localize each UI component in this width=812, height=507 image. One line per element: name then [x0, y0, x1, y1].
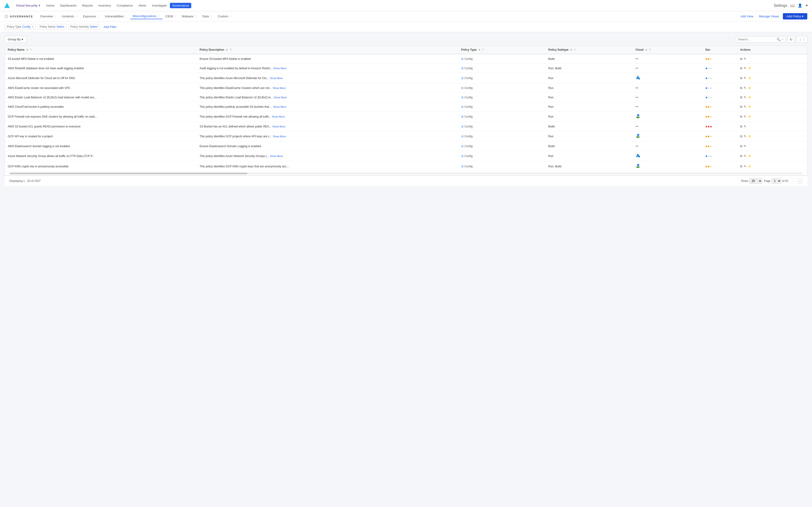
nav-inventory[interactable]: Inventory	[96, 3, 113, 8]
edit-action-button[interactable]: ✎	[744, 165, 746, 168]
filter-policy-type-close[interactable]: ✕	[32, 25, 34, 28]
add-filter-button[interactable]: Add Filter	[102, 24, 119, 30]
edit-action-button[interactable]: ✎	[744, 125, 746, 128]
subnav-incidents[interactable]: Incidents ⋮	[59, 14, 80, 19]
filter-policy-severity-value[interactable]: Select	[90, 25, 98, 29]
edit-action-button[interactable]: ✎	[744, 144, 746, 148]
alert-action-button[interactable]: ⚡	[748, 165, 751, 168]
docs-icon-button[interactable]: 📖	[790, 3, 795, 8]
alert-action-button[interactable]: ⚡	[748, 154, 751, 158]
brand-selector[interactable]: Cloud Security ▾	[14, 3, 42, 8]
subnav-overview[interactable]: Overview ⋮	[38, 14, 59, 19]
copy-action-button[interactable]: ⧉	[740, 96, 742, 99]
nav-reports[interactable]: Reports	[80, 3, 95, 8]
table-row: Azure Network Security Group allows all …	[5, 151, 807, 161]
alert-action-button[interactable]: ⚡	[748, 86, 751, 90]
app-logo[interactable]	[4, 2, 10, 9]
edit-action-button[interactable]: ✎	[744, 105, 746, 108]
config-icon: ⊞	[461, 165, 464, 168]
alert-action-button[interactable]: ⚡	[748, 115, 751, 118]
show-more-link[interactable]: Show More	[270, 155, 283, 158]
alert-action-button[interactable]: ⚡	[748, 134, 751, 138]
scrollbar-thumb[interactable]	[10, 172, 247, 174]
add-policy-button[interactable]: Add Policy ▾	[783, 13, 807, 19]
manage-views-button[interactable]: Manage Views	[757, 14, 781, 19]
nav-home[interactable]: Home	[44, 3, 57, 8]
col-header-policy-desc[interactable]: Policy Description ⇅ ⠿	[197, 46, 458, 54]
copy-action-button[interactable]: ⧉	[740, 115, 742, 119]
copy-action-button[interactable]: ⧉	[740, 105, 742, 109]
alert-action-button[interactable]: ⚡	[748, 76, 751, 80]
show-more-link[interactable]: Show More	[273, 105, 287, 108]
copy-action-button[interactable]: ⧉	[740, 134, 742, 138]
col-header-cloud[interactable]: Cloud ⇅ ⠿	[633, 46, 703, 54]
settings-button[interactable]: Settings	[774, 3, 787, 8]
prev-page-button[interactable]: ‹	[790, 178, 795, 184]
copy-action-button[interactable]: ⧉	[740, 165, 742, 168]
user-icon-button[interactable]: 👤	[798, 3, 802, 8]
cell-policy-desc: This policy identifies ElastiCache Clust…	[197, 83, 458, 93]
edit-action-button[interactable]: ✎	[744, 96, 746, 99]
config-icon: ⊞	[461, 155, 464, 158]
aws-logo: aws	[636, 56, 642, 61]
subnav-exposure[interactable]: Exposure ⋮	[81, 14, 102, 19]
horizontal-scrollbar[interactable]	[10, 172, 802, 174]
edit-action-button[interactable]: ✎	[744, 76, 746, 80]
copy-action-button[interactable]: ⧉	[740, 76, 742, 80]
nav-investigate[interactable]: Investigate	[149, 3, 169, 8]
col-header-policy-type[interactable]: Policy Type ⇅ ⠿	[458, 46, 546, 54]
alert-action-button[interactable]: ⚡	[748, 96, 751, 99]
copy-action-button[interactable]: ⧉	[740, 144, 742, 148]
help-icon-button[interactable]: ✦	[805, 3, 808, 8]
show-more-link[interactable]: Show More	[272, 87, 286, 90]
search-input[interactable]	[738, 38, 775, 41]
nav-dashboards[interactable]: Dashboards	[58, 3, 79, 8]
edit-action-button[interactable]: ✎	[744, 57, 746, 61]
copy-action-button[interactable]: ⧉	[740, 66, 742, 70]
show-more-link[interactable]: Show More	[274, 96, 287, 99]
refresh-button[interactable]: ↻	[788, 36, 795, 43]
edit-action-button[interactable]: ✎	[744, 86, 746, 90]
cell-actions: ⧉✎	[737, 54, 807, 64]
columns-button[interactable]: ⋮⋮	[797, 36, 807, 43]
subnav-ciem[interactable]: CIEM ⋮	[163, 14, 179, 19]
copy-action-button[interactable]: ⧉	[740, 57, 742, 61]
group-by-button[interactable]: Group By ▾	[5, 36, 26, 43]
search-clear-icon[interactable]: ✕	[781, 38, 783, 41]
edit-action-button[interactable]: ✎	[744, 115, 746, 118]
alert-action-button[interactable]: ⚡	[748, 66, 751, 70]
alert-action-button[interactable]: ⚡	[748, 105, 751, 108]
show-more-link[interactable]: Show More	[273, 67, 287, 70]
copy-action-button[interactable]: ⧉	[740, 125, 742, 128]
show-more-link[interactable]: Show More	[273, 135, 286, 138]
subnav-custom[interactable]: Custom ⋮	[215, 14, 235, 19]
nav-compliance[interactable]: Compliance	[114, 3, 135, 8]
svg-point-14	[636, 136, 637, 137]
svg-text:aws: aws	[636, 58, 639, 59]
rows-select[interactable]: 25 50 100	[749, 178, 762, 184]
show-more-link[interactable]: Show More	[271, 115, 285, 118]
page-select[interactable]: 1	[772, 178, 781, 184]
cell-cloud: aws	[633, 142, 703, 151]
col-header-policy-subtype[interactable]: Policy Subtype ⇅ ⠿	[546, 46, 633, 54]
subnav-vulnerabilities[interactable]: Vulnerabilities ⋮	[102, 14, 130, 19]
subnav-malware[interactable]: Malware ⋮	[180, 14, 199, 19]
next-page-button[interactable]: ›	[798, 178, 803, 184]
cell-actions: ⧉✎⚡	[737, 111, 807, 122]
add-view-button[interactable]: Add View	[739, 14, 755, 19]
subnav-misconfigurations[interactable]: Misconfigurations ⋮	[130, 13, 162, 19]
filter-policy-name-value[interactable]: Select	[56, 25, 64, 29]
nav-alerts[interactable]: Alerts	[136, 3, 149, 8]
show-more-link[interactable]: Show More	[272, 125, 286, 128]
col-header-severity[interactable]: Sev	[703, 46, 737, 54]
edit-action-button[interactable]: ✎	[744, 154, 746, 158]
edit-action-button[interactable]: ✎	[744, 134, 746, 138]
nav-governance[interactable]: Governance	[170, 3, 191, 8]
edit-action-button[interactable]: ✎	[744, 66, 746, 70]
copy-action-button[interactable]: ⧉	[740, 154, 742, 158]
col-header-policy-name[interactable]: Policy Name ⇅ ⠿	[5, 46, 197, 54]
subnav-data[interactable]: Data ⋮	[200, 14, 215, 19]
show-more-link[interactable]: Show More	[270, 77, 283, 79]
filter-policy-type-value[interactable]: Config	[22, 25, 30, 29]
copy-action-button[interactable]: ⧉	[740, 86, 742, 90]
